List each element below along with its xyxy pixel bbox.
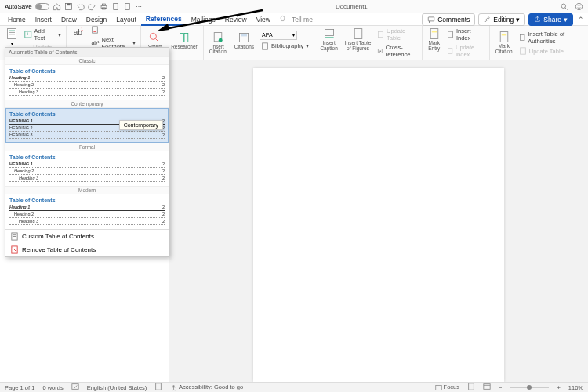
language-status[interactable]: English (United States) [87, 384, 147, 391]
editing-button[interactable]: Editing▾ [478, 13, 525, 26]
autosave-label: AutoSave [5, 3, 32, 10]
tab-home[interactable]: Home [3, 14, 31, 25]
svg-line-26 [156, 38, 158, 41]
svg-rect-12 [428, 16, 434, 20]
svg-rect-32 [241, 34, 247, 36]
toc-page: 2 [162, 176, 165, 180]
custom-toc-button[interactable]: Custom Table of Contents... [5, 230, 169, 243]
toc-h1: HEADING 1 [9, 162, 33, 166]
insert-citation-label: Insert Citation [209, 45, 227, 55]
svg-rect-46 [520, 34, 524, 40]
researcher-label: Researcher [171, 45, 198, 50]
share-button[interactable]: Share▾ [528, 13, 573, 26]
toc-page: 2 [162, 219, 165, 223]
chevron-down-icon: ▾ [58, 31, 61, 38]
page-count[interactable]: Page 1 of 1 [5, 384, 34, 391]
toc-preview-classic[interactable]: Table of Contents Heading 12 Heading 22 … [5, 65, 169, 100]
zoom-level[interactable]: 110% [568, 384, 583, 391]
toc-title: Table of Contents [9, 198, 165, 203]
svg-rect-3 [102, 4, 105, 5]
focus-mode[interactable]: Focus [435, 383, 460, 391]
redo-icon[interactable] [88, 2, 96, 11]
tab-references[interactable]: References [141, 13, 187, 26]
text-cursor [285, 100, 285, 107]
tab-design[interactable]: Design [82, 14, 111, 25]
svg-line-52 [13, 248, 17, 252]
accessibility-status[interactable]: Accessibility: Good to go [170, 383, 243, 391]
tell-me[interactable]: Tell me [287, 14, 318, 25]
save-icon[interactable] [64, 2, 73, 11]
search-icon[interactable] [560, 2, 568, 11]
comments-label: Comments [437, 16, 470, 24]
toc-preview-modern[interactable]: Table of Contents Heading 12 Heading 22 … [5, 194, 169, 229]
comments-button[interactable]: Comments [422, 13, 475, 26]
svg-rect-59 [469, 383, 474, 390]
toc-dropdown: Automatic Table of Contents Classic Tabl… [5, 47, 169, 257]
zoom-slider[interactable] [510, 387, 549, 388]
accessibility-label: Accessibility: Good to go [179, 383, 243, 390]
undo-icon[interactable] [76, 2, 85, 11]
chevron-up-icon[interactable]: ⌃ [576, 15, 585, 24]
track-changes-icon[interactable] [154, 383, 162, 392]
mark-citation-label: Mark Citation [495, 44, 513, 54]
add-text-label: Add Text [34, 27, 56, 42]
mark-entry-button[interactable]: Mark Entry [426, 27, 443, 52]
insert-toa-label: Insert Table of Authorities [528, 31, 583, 45]
zoom-in-button[interactable]: + [557, 384, 560, 391]
toc-page: 2 [162, 205, 165, 209]
spellcheck-icon[interactable] [71, 383, 79, 392]
insert-index-button[interactable]: Insert Index [445, 27, 486, 42]
toc-h1: HEADING 1 [9, 118, 33, 123]
autosave-toggle[interactable] [35, 3, 49, 10]
document-canvas [169, 60, 588, 382]
smiley-icon[interactable] [575, 2, 583, 11]
svg-rect-40 [430, 29, 438, 39]
tab-view[interactable]: View [252, 14, 275, 25]
cross-reference-button[interactable]: ↗Cross-reference [376, 43, 419, 59]
add-text-button[interactable]: +Add Text▾ [23, 27, 63, 42]
more-icon[interactable]: ⋯ [135, 2, 143, 11]
insert-tof-button[interactable]: Insert Table of Figures [343, 27, 373, 52]
view-print-icon[interactable] [467, 383, 475, 392]
bibliography-button[interactable]: Bibliography▾ [260, 42, 310, 51]
insert-caption-button[interactable]: Insert Caption [318, 27, 339, 52]
tab-layout[interactable]: Layout [111, 14, 141, 25]
citation-style-select[interactable]: APA▾ [260, 31, 297, 40]
toc-preview-formal[interactable]: Table of Contents HEADING 12 Heading 22 … [5, 151, 169, 186]
home-icon[interactable] [53, 2, 61, 11]
document-page[interactable] [253, 68, 504, 382]
word-count[interactable]: 0 words [42, 384, 63, 391]
title-bar: AutoSave ⋯ Document1 [0, 0, 588, 13]
tab-mailings[interactable]: Mailings [187, 14, 220, 25]
tab-draw[interactable]: Draw [56, 14, 82, 25]
toc-h3: Heading 3 [9, 219, 38, 223]
page-icon[interactable] [111, 2, 120, 11]
toc-preview-contemporary[interactable]: Table of Contents HEADING 12 HEADING 22 … [5, 108, 169, 143]
page2-icon[interactable] [123, 2, 132, 11]
mark-citation-button[interactable]: Mark Citation [493, 30, 515, 55]
insert-toa-button[interactable]: Insert Table of Authorities [517, 30, 585, 45]
remove-toc-button[interactable]: Remove Table of Contents [5, 243, 169, 256]
svg-rect-28 [184, 33, 188, 42]
svg-rect-34 [325, 29, 333, 35]
toc-h1: Heading 1 [9, 205, 30, 209]
svg-text:1: 1 [82, 27, 84, 31]
toc-h2: Heading 2 [9, 82, 34, 87]
zoom-out-button[interactable]: − [499, 384, 502, 391]
svg-rect-6 [125, 3, 129, 9]
researcher-button[interactable]: Researcher [169, 31, 200, 56]
bulb-icon [278, 15, 287, 24]
svg-rect-56 [156, 383, 162, 390]
svg-rect-36 [354, 29, 362, 39]
print-icon[interactable] [100, 2, 108, 11]
update-toa-label: Update Table [529, 48, 564, 55]
citations-button[interactable]: Citations [232, 31, 256, 51]
tab-insert[interactable]: Insert [31, 14, 56, 25]
tab-review[interactable]: Review [220, 14, 252, 25]
style-value: APA [262, 32, 273, 38]
insert-endnote-button[interactable] [89, 25, 136, 34]
insert-citation-button[interactable]: Insert Citation [207, 31, 229, 56]
toc-style-contemporary-header: Contemporary [5, 100, 169, 108]
insert-index-label: Insert Index [456, 27, 485, 42]
view-web-icon[interactable] [483, 383, 491, 392]
